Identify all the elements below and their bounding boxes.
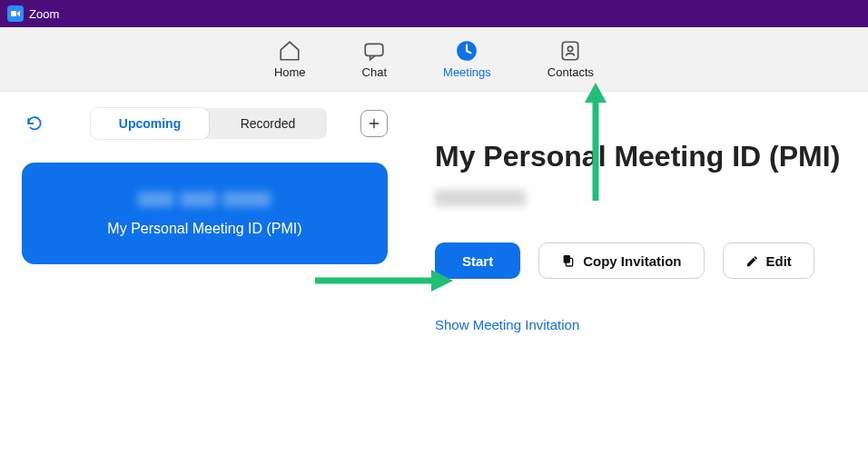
main-area: Upcoming Recorded 000 000 0000 My Person… — [0, 92, 868, 455]
tab-upcoming-label: Upcoming — [119, 116, 181, 131]
nav-contacts[interactable]: Contacts — [547, 39, 594, 79]
start-button[interactable]: Start — [435, 242, 520, 279]
plus-icon — [367, 116, 381, 131]
pmi-id-redacted — [435, 190, 526, 206]
tab-upcoming[interactable]: Upcoming — [91, 108, 209, 139]
action-row: Start Copy Invitation Edit — [435, 242, 843, 279]
tab-recorded[interactable]: Recorded — [209, 108, 327, 139]
nav-meetings-label: Meetings — [443, 65, 491, 79]
svg-rect-0 — [11, 11, 16, 16]
nav-contacts-label: Contacts — [547, 65, 594, 79]
right-pane: My Personal Meeting ID (PMI) Start Copy … — [409, 92, 868, 455]
pencil-icon — [745, 254, 759, 268]
tab-recorded-label: Recorded — [241, 116, 296, 131]
home-icon — [278, 39, 301, 63]
nav-chat-label: Chat — [362, 65, 387, 79]
app-title: Zoom — [29, 7, 59, 21]
start-button-label: Start — [462, 253, 493, 269]
nav-home[interactable]: Home — [274, 39, 306, 79]
edit-button[interactable]: Edit — [723, 242, 814, 279]
nav-chat[interactable]: Chat — [362, 39, 387, 79]
copy-icon — [561, 253, 576, 268]
nav-home-label: Home — [274, 65, 306, 79]
show-meeting-invitation-label: Show Meeting Invitation — [435, 317, 579, 332]
pmi-card-id: 000 000 0000 — [40, 188, 370, 212]
pmi-card[interactable]: 000 000 0000 My Personal Meeting ID (PMI… — [22, 163, 388, 264]
svg-rect-6 — [564, 255, 570, 263]
refresh-icon — [25, 114, 44, 133]
zoom-app-icon — [7, 5, 24, 22]
pmi-card-subtitle: My Personal Meeting ID (PMI) — [40, 221, 370, 237]
add-meeting-button[interactable] — [360, 110, 388, 137]
top-navbar: Home Chat Meetings Contacts — [0, 27, 868, 92]
edit-button-label: Edit — [766, 253, 792, 269]
page-title: My Personal Meeting ID (PMI) — [435, 139, 843, 173]
show-meeting-invitation-link[interactable]: Show Meeting Invitation — [435, 317, 843, 332]
svg-rect-1 — [366, 44, 384, 55]
nav-meetings[interactable]: Meetings — [443, 39, 491, 79]
titlebar: Zoom — [0, 0, 868, 27]
left-toolbar: Upcoming Recorded — [22, 108, 388, 139]
chat-icon — [362, 39, 386, 63]
contacts-icon — [558, 39, 582, 63]
svg-point-4 — [568, 46, 573, 51]
left-pane: Upcoming Recorded 000 000 0000 My Person… — [0, 92, 409, 455]
copy-invitation-button[interactable]: Copy Invitation — [538, 242, 704, 279]
refresh-button[interactable] — [22, 111, 47, 136]
copy-invitation-label: Copy Invitation — [583, 253, 681, 269]
segment-control: Upcoming Recorded — [91, 108, 327, 139]
clock-icon — [455, 39, 478, 63]
